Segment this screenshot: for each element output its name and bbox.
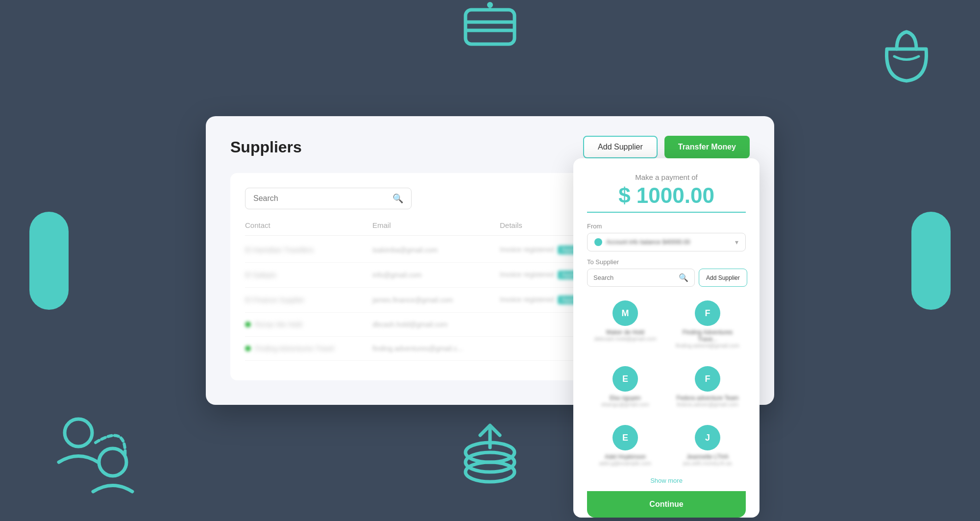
supplier-name: Fedora adventure Team xyxy=(676,395,738,401)
supplier-search-box[interactable]: 🔍 xyxy=(587,269,695,287)
supplier-search-row: 🔍 Add Supplier xyxy=(587,269,746,287)
supplier-name: Maker de Hold xyxy=(606,329,644,336)
supplier-email: debcash.hold@gmail.com xyxy=(594,336,657,342)
supplier-email: fedora.adven@gmail.com xyxy=(677,401,738,407)
supplier-avatar: F xyxy=(695,300,720,326)
email-cell: finding.adventures@gmail.c... xyxy=(372,345,500,352)
supplier-card[interactable]: J Jeannette LTHA jea.with.money.th.as xyxy=(669,419,746,472)
supplier-name: Jeannette LTHA xyxy=(686,453,729,460)
suppliers-panel: 🔍 Contact Email Details El Hamidian Trav… xyxy=(230,173,750,380)
svg-rect-5 xyxy=(29,212,69,310)
supplier-card[interactable]: F Fedora adventure Team fedora.adven@gma… xyxy=(669,360,746,413)
search-icon: 🔍 xyxy=(392,193,403,204)
svg-point-7 xyxy=(65,419,92,447)
payment-title: Make a payment of xyxy=(587,173,746,181)
show-more-link[interactable]: Show more xyxy=(587,472,746,489)
search-box[interactable]: 🔍 xyxy=(245,188,412,209)
supplier-avatar: E xyxy=(612,425,638,450)
supplier-card[interactable]: F Finding Adventures Trave... finding.ad… xyxy=(669,295,746,354)
to-supplier-label: To Supplier xyxy=(587,258,746,266)
email-cell: dbcash.hold@gmail.com xyxy=(372,321,500,328)
supplier-name: Eka nguyen xyxy=(610,395,640,401)
main-card: Suppliers Add Supplier Transfer Money 🔍 … xyxy=(206,116,774,405)
deco-bottom-mid xyxy=(446,418,534,496)
col-contact: Contact xyxy=(245,221,372,229)
header-buttons: Add Supplier Transfer Money xyxy=(583,136,750,158)
supplier-card[interactable]: E Adel Hopkinson adel.g@example.com xyxy=(587,419,663,472)
svg-point-11 xyxy=(466,443,514,462)
deco-top-right xyxy=(872,20,941,88)
supplier-card[interactable]: E Eka nguyen ekangu@gmail.com xyxy=(587,360,663,413)
deco-left-mid xyxy=(29,182,69,339)
payment-panel: Make a payment of $ 1000.00 From Account… xyxy=(573,158,760,518)
continue-button[interactable]: Continue xyxy=(587,491,746,518)
contact-cell: El Salepto xyxy=(245,271,372,279)
add-supplier-button[interactable]: Add Supplier xyxy=(583,136,658,158)
supplier-email: ekangu@gmail.com xyxy=(601,401,649,407)
card-header: Suppliers Add Supplier Transfer Money xyxy=(230,136,750,158)
deco-right-mid xyxy=(911,182,951,339)
contact-cell: Ronac Me Hold xyxy=(245,321,372,328)
search-input[interactable] xyxy=(253,194,392,203)
supplier-avatar: F xyxy=(695,366,720,392)
supplier-card[interactable]: M Maker de Hold debcash.hold@gmail.com xyxy=(587,295,663,354)
contact-cell: El Finance Supplier xyxy=(245,296,372,304)
page-title: Suppliers xyxy=(230,138,302,156)
search-icon: 🔍 xyxy=(679,273,688,282)
svg-point-3 xyxy=(487,2,493,8)
from-dropdown[interactable]: Account info balance $40000.00 ▾ xyxy=(587,233,746,251)
supplier-name: Adel Hopkinson xyxy=(605,453,646,460)
email-cell: isakimba@gmail.com xyxy=(372,246,500,254)
contact-name: El Salepto xyxy=(245,271,276,279)
active-dot xyxy=(245,346,251,351)
svg-point-8 xyxy=(99,448,126,476)
account-dot xyxy=(594,238,602,246)
from-account-inner: Account info balance $40000.00 xyxy=(594,238,735,246)
svg-rect-6 xyxy=(911,212,951,310)
supplier-avatar: J xyxy=(695,425,720,450)
email-cell: info@gmail.com xyxy=(372,271,500,279)
chevron-down-icon: ▾ xyxy=(735,238,738,246)
supplier-avatar: E xyxy=(612,366,638,392)
supplier-email: adel.g@example.com xyxy=(599,460,652,466)
contact-cell: El Hamidian Travellers xyxy=(245,246,372,254)
supplier-grid: M Maker de Hold debcash.hold@gmail.com F… xyxy=(587,295,746,472)
deco-top-center xyxy=(451,0,529,59)
deco-bottom-left xyxy=(49,413,147,501)
supplier-search-input[interactable] xyxy=(593,274,676,281)
col-email: Email xyxy=(372,221,500,229)
add-supplier-small-button[interactable]: Add Supplier xyxy=(699,269,747,287)
contact-name: El Hamidian Travellers xyxy=(245,246,314,254)
contact-name: Finding Adventures Travel xyxy=(255,345,334,352)
supplier-name: Finding Adventures Trave... xyxy=(673,329,742,343)
supplier-email: jea.with.money.th.as xyxy=(683,460,732,466)
supplier-email: finding.advent@gmail.com xyxy=(676,343,739,348)
contact-name: Ronac Me Hold xyxy=(255,321,302,328)
svg-point-9 xyxy=(466,462,514,482)
from-label: From xyxy=(587,223,746,230)
contact-cell: Finding Adventures Travel xyxy=(245,345,372,352)
from-account-text: Account info balance $40000.00 xyxy=(606,239,690,246)
supplier-avatar: M xyxy=(612,300,638,326)
transfer-money-button[interactable]: Transfer Money xyxy=(664,136,750,158)
svg-rect-0 xyxy=(466,10,514,44)
active-dot xyxy=(245,322,251,327)
email-cell: james.finance@gmail.com xyxy=(372,296,500,304)
payment-amount[interactable]: $ 1000.00 xyxy=(587,183,746,213)
svg-point-10 xyxy=(466,452,514,472)
contact-name: El Finance Supplier xyxy=(245,296,304,304)
